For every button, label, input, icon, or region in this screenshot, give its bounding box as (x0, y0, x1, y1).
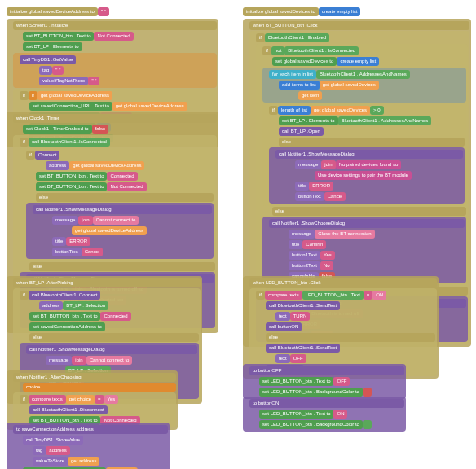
tinydb-getvalue[interactable]: call TinyDB1 .GetValue (20, 55, 76, 64)
empty-string: " " (98, 7, 109, 16)
button-on-proc[interactable]: to buttonON set LED_BUTTON_btn . Text to… (243, 396, 406, 432)
set-bt-lp-elems[interactable]: set BT_LP . Elements to (23, 42, 82, 51)
tag-label: tag (39, 66, 52, 75)
value-if-none: valueIfTagNotThere (39, 77, 88, 85)
when-clock-timer[interactable]: when Clock1 .Timer (13, 114, 217, 123)
if-block[interactable]: if (20, 91, 29, 100)
global-saved-address[interactable]: initialize global savedDeviceAddress to … (7, 7, 109, 17)
save-connection-proc[interactable]: to saveConnectionAddress address call Ti… (7, 422, 170, 469)
color-green-swatch (363, 420, 372, 429)
when-screen-init[interactable]: when Screen1 .Initialize (13, 21, 217, 30)
set-btn-text[interactable]: set BT_BUTTON_btn . Text to (23, 32, 94, 41)
set-url[interactable]: set savedConnection_URL . Text to (29, 102, 112, 111)
global-saved-devices[interactable]: initialize global savedDevices to create… (243, 7, 360, 17)
not-connected-text: Not Connected (94, 32, 133, 41)
get-saved-addr: if (29, 91, 37, 100)
button-off-proc[interactable]: to buttonOFF set LED_BUTTON_btn . Text t… (243, 363, 406, 400)
init-global-decl[interactable]: initialize global savedDeviceAddress to (7, 7, 98, 16)
